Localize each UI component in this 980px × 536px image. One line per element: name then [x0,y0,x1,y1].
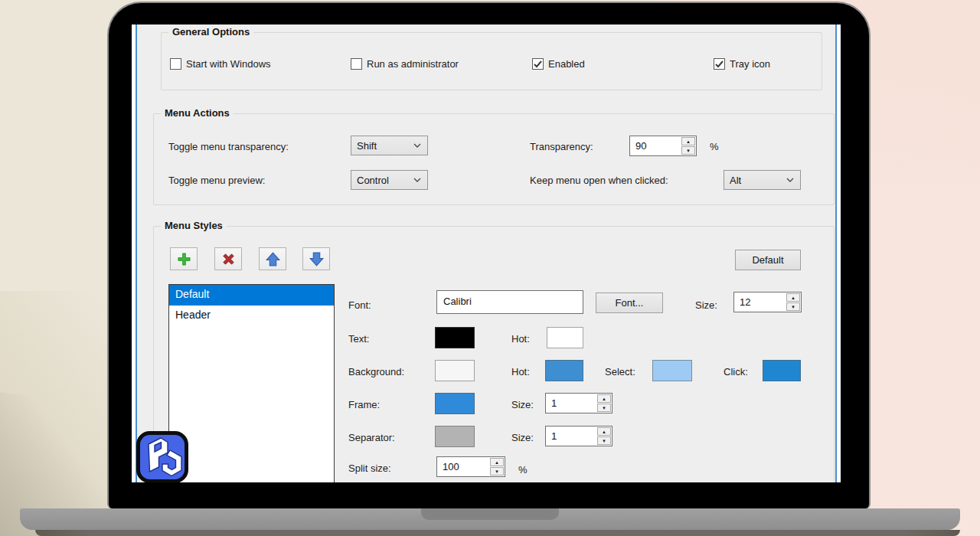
checkbox-label: Tray icon [730,58,770,70]
delete-icon [221,252,236,266]
styles-listbox[interactable]: Default Header [168,284,335,482]
select-color-swatch[interactable] [652,360,692,381]
frame-size-spinner[interactable]: 1 ▲ ▼ [545,393,612,413]
combo-value: Alt [730,175,741,186]
move-up-button[interactable] [259,247,286,270]
laptop-notch [421,508,559,520]
spin-down-button[interactable]: ▼ [597,436,611,445]
spin-down-button[interactable]: ▼ [597,404,611,412]
keep-open-label: Keep menu open when clicked: [530,175,668,186]
spin-down-button[interactable]: ▼ [490,467,504,476]
separator-size-label: Size: [511,432,534,443]
text-color-swatch[interactable] [435,327,475,348]
laptop-base [20,508,960,530]
spinner-value: 90 [630,136,681,155]
settings-dialog: General Options Start with Windows Run a… [136,25,837,482]
toggle-transparency-label: Toggle menu transparency: [168,141,289,152]
transparency-label: Transparency: [530,141,593,152]
spin-down-button[interactable]: ▼ [681,146,695,155]
checkbox-enabled[interactable]: Enabled [532,58,585,70]
toggle-preview-label: Toggle menu preview: [168,175,265,186]
combo-value: Control [357,175,389,186]
spinner-buttons: ▲ ▼ [681,136,696,155]
laptop-screen: General Options Start with Windows Run a… [132,25,841,482]
spinner-value: 1 [546,427,596,446]
font-input[interactable]: Calibri [436,290,583,314]
spinner-buttons: ▲ ▼ [489,457,505,476]
toggle-transparency-combo[interactable]: Shift [351,136,428,155]
transparency-spinner[interactable]: 90 ▲ ▼ [629,136,697,156]
default-button[interactable]: Default [735,250,801,270]
move-down-icon [309,252,324,266]
checkbox-box[interactable] [170,58,181,70]
checkbox-label: Start with Windows [186,58,271,70]
select-color-label: Select: [605,366,635,377]
move-up-icon [266,252,280,266]
font-picker-button[interactable]: Font... [596,293,663,313]
spin-up-button[interactable]: ▲ [597,394,611,403]
checkbox-tray-icon[interactable]: Tray icon [714,58,770,70]
transparency-unit: % [710,141,719,152]
frame-color-swatch[interactable] [435,393,475,414]
background-color-label: Background: [348,366,404,377]
text-hot-color-swatch[interactable] [547,327,583,348]
spinner-value: 100 [437,457,489,476]
spinner-buttons: ▲ ▼ [596,394,612,413]
spin-down-button[interactable]: ▼ [786,302,800,311]
font-size-label: Size: [695,299,717,311]
split-size-unit: % [518,464,528,476]
frame-color-label: Frame: [348,399,380,410]
split-size-label: Split size: [348,462,391,474]
checkbox-label: Run as administrator [367,58,459,70]
move-down-button[interactable] [302,247,330,270]
background-hot-color-swatch[interactable] [545,360,583,381]
split-size-spinner[interactable]: 100 ▲ ▼ [436,456,505,477]
spin-up-button[interactable]: ▲ [490,458,504,466]
font-size-spinner[interactable]: 12 ▲ ▼ [733,292,802,312]
keep-open-combo[interactable]: Alt [724,170,801,190]
click-color-swatch[interactable] [763,360,801,381]
combo-value: Shift [357,140,377,152]
toggle-preview-combo[interactable]: Control [351,170,428,190]
pc-logo-icon [136,431,188,482]
group-title: Menu Styles [161,220,227,231]
pc-app-logo [136,431,188,482]
add-icon [177,252,191,266]
group-title: General Options [168,26,253,38]
checkbox-start-with-windows[interactable]: Start with Windows [170,58,271,70]
check-icon [534,60,542,68]
delete-style-button[interactable] [214,247,242,270]
checkbox-label: Enabled [548,58,585,70]
chevron-down-icon [413,143,421,148]
chevron-down-icon [413,178,421,182]
checkbox-box[interactable] [351,58,362,70]
font-label: Font: [348,299,371,311]
separator-color-swatch[interactable] [435,426,475,447]
spinner-buttons: ▲ ▼ [786,293,801,312]
laptop-base-shadow [35,530,960,536]
list-item[interactable]: Header [169,306,334,326]
group-menu-actions: Menu Actions [153,113,835,205]
chevron-down-icon [786,178,794,182]
check-icon [715,60,724,68]
separator-color-label: Separator: [348,432,395,443]
frame-size-label: Size: [511,399,534,410]
list-item[interactable]: Default [169,285,334,306]
text-color-label: Text: [348,333,369,345]
spin-up-button[interactable]: ▲ [597,427,611,436]
add-style-button[interactable] [170,247,198,270]
text-hot-label: Hot: [511,333,530,345]
spinner-value: 12 [734,293,786,312]
spin-up-button[interactable]: ▲ [786,293,800,302]
spinner-value: 1 [546,394,596,413]
spinner-buttons: ▲ ▼ [596,427,612,446]
background-hot-label: Hot: [511,366,530,377]
checkbox-box[interactable] [532,58,544,70]
spin-up-button[interactable]: ▲ [681,137,695,145]
background-color-swatch[interactable] [435,360,475,381]
separator-size-spinner[interactable]: 1 ▲ ▼ [545,426,612,446]
checkbox-box[interactable] [714,58,725,70]
group-title: Menu Actions [161,107,234,119]
click-color-label: Click: [724,366,748,377]
checkbox-run-as-administrator[interactable]: Run as administrator [351,58,459,70]
